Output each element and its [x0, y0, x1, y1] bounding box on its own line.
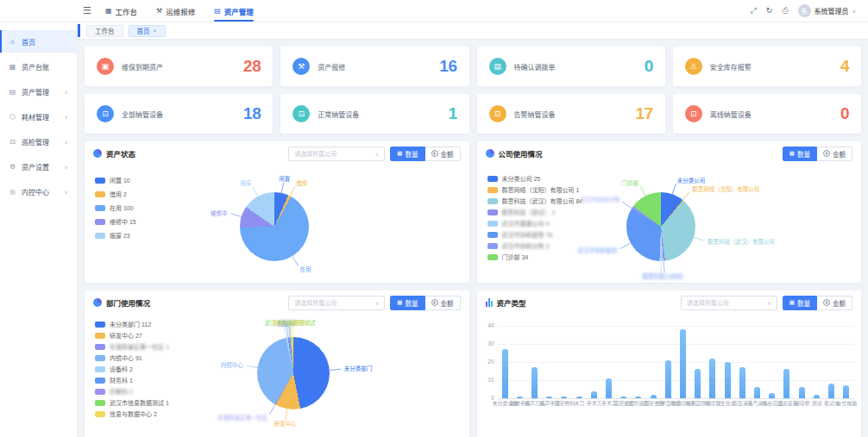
legend-item[interactable]: 未分类部门 112 — [95, 320, 169, 328]
bar[interactable] — [695, 369, 701, 398]
nav-item-资产管理[interactable]: ▤资产管理 — [214, 0, 254, 22]
bar[interactable] — [576, 396, 582, 398]
amount-toggle-button[interactable]: ¥金额 — [425, 147, 461, 161]
bar[interactable] — [754, 387, 760, 398]
amount-toggle-button[interactable]: ¥金额 — [817, 296, 852, 310]
bar[interactable] — [517, 396, 523, 398]
legend-item[interactable]: 研发中心 27 — [95, 331, 169, 340]
refresh-icon[interactable]: ↻ — [766, 6, 773, 16]
stat-card-待确认调拨单[interactable]: ▤待确认调拨单0 — [477, 47, 665, 86]
bar-column: 笔记本 — [824, 326, 839, 398]
pie-label-line — [620, 243, 630, 249]
stat-card-离线纳管设备[interactable]: ⊡离线纳管设备0 — [673, 94, 861, 134]
company-select[interactable]: 请选择所属公司 ∨ — [681, 296, 777, 310]
bar[interactable] — [814, 395, 820, 398]
sidebar-item-资产管理[interactable]: ▤资产管理∨ — [0, 80, 77, 103]
legend-item[interactable]: 设备科 2 — [95, 365, 169, 373]
bar[interactable] — [502, 349, 508, 398]
stat-card-全部纳管设备[interactable]: ⊡全部纳管设备18 — [85, 94, 273, 134]
legend-item[interactable]: 群思科技（武汉）有限公司 84 — [487, 197, 582, 205]
sidebar-item-内控中心[interactable]: ◎内控中心∨ — [0, 180, 77, 203]
legend-item[interactable]: 闲置 10 — [95, 176, 136, 184]
bar[interactable] — [799, 387, 805, 398]
legend-item[interactable]: 群思科技（测试） 2 — [487, 208, 582, 216]
legend-item[interactable]: 群思网络（沈阳）有限公司 1 — [487, 185, 582, 194]
legend-item[interactable]: 报废 23 — [95, 231, 136, 240]
tab-首页[interactable]: 首页× — [129, 25, 166, 37]
quantity-toggle-button[interactable]: ▦数量 — [390, 296, 425, 310]
legend-swatch — [487, 221, 498, 227]
sidebar-item-label: 巡检管理 — [22, 137, 49, 147]
company-select[interactable]: 请选择所属公司 ∨ — [288, 147, 385, 161]
bar[interactable] — [531, 367, 538, 398]
pie-chart[interactable] — [257, 337, 330, 409]
bar[interactable] — [828, 384, 834, 398]
legend-item[interactable]: 东湖风景区第一社区 1 — [95, 342, 169, 351]
bar[interactable] — [635, 396, 641, 398]
sidebar-item-首页[interactable]: ⌂首页 — [0, 30, 77, 53]
pie-label-line — [289, 186, 295, 197]
bar[interactable] — [561, 396, 567, 398]
bar[interactable] — [665, 360, 671, 398]
hamburger-menu-icon[interactable]: ☰ — [83, 5, 91, 16]
bar[interactable] — [783, 369, 789, 398]
stat-card-维保到期资产[interactable]: ▣维保到期资产28 — [85, 47, 273, 86]
legend-item[interactable]: 门诊部 34 — [487, 253, 582, 261]
bar[interactable] — [769, 393, 775, 398]
legend-item[interactable]: 武汉市基建公司 4 — [487, 219, 582, 228]
sidebar-item-巡检管理[interactable]: ⊡巡检管理∨ — [0, 130, 77, 153]
stat-card-正常纳管设备[interactable]: ⊡正常纳管设备1 — [280, 94, 469, 134]
stat-card-label: 全部纳管设备 — [122, 109, 163, 119]
legend-label: 维修中 15 — [110, 217, 136, 226]
bar[interactable] — [591, 391, 597, 398]
stat-card-安全库存报警[interactable]: ⚠安全库存报警4 — [673, 47, 861, 86]
legend-item[interactable]: 宗教科 2 — [95, 387, 169, 396]
sidebar: ⌂首页▦资产台账▤资产管理∨⬡耗材管理∨⊡巡检管理∨⚙资产设置∨◎内控中心∨ — [0, 22, 78, 437]
bar[interactable] — [606, 378, 612, 398]
pie-label-line — [292, 256, 299, 266]
bar[interactable] — [651, 395, 657, 398]
legend-item[interactable]: 借用 2 — [95, 190, 136, 198]
dashboard-content: ▣维保到期资产28⚒资产报修16▤待确认调拨单0⚠安全库存报警4⊡全部纳管设备1… — [78, 40, 868, 437]
legend-item[interactable]: 在用 100 — [95, 203, 136, 212]
quantity-toggle-button[interactable]: ▦数量 — [783, 296, 817, 310]
legend-item[interactable]: 内镜中心 91 — [95, 353, 169, 362]
close-icon[interactable]: × — [154, 28, 157, 34]
pie-chart[interactable] — [240, 192, 309, 261]
stat-card-label: 安全库存报警 — [710, 62, 752, 72]
print-icon[interactable]: ⎙ — [782, 6, 788, 16]
amount-toggle-button[interactable]: ¥金额 — [425, 296, 461, 310]
legend-item[interactable]: 未分类公司 25 — [487, 174, 582, 183]
user-menu[interactable]: 系 系统管理员 ∨ — [798, 4, 856, 17]
amount-toggle-button[interactable]: ¥金额 — [817, 147, 852, 161]
bar[interactable] — [546, 396, 552, 398]
sidebar-item-资产台账[interactable]: ▦资产台账 — [0, 55, 77, 78]
legend-item[interactable]: 维修中 15 — [95, 217, 136, 226]
stat-card-资产报修[interactable]: ⚒资产报修16 — [280, 47, 469, 86]
bar[interactable] — [843, 385, 849, 398]
legend-item[interactable]: 武汉市协和医院 76 — [487, 230, 582, 239]
quantity-toggle-button[interactable]: ▦数量 — [390, 147, 425, 161]
pie-label: 群思科技（测试） — [643, 272, 688, 280]
company-select[interactable]: 请选择所属公司 ∨ — [288, 296, 385, 310]
bar[interactable] — [620, 396, 626, 398]
nav-item-工作台[interactable]: ▦工作台 — [105, 0, 137, 22]
fullscreen-icon[interactable]: ⤢ — [751, 6, 757, 16]
legend-item[interactable]: 武汉市信息数据测试 1 — [95, 398, 169, 407]
chevron-down-icon: ∨ — [65, 164, 68, 170]
bar[interactable] — [739, 367, 745, 398]
legend-item[interactable]: 武汉市协和分院 3 — [487, 241, 582, 250]
legend-item[interactable]: 财务科 1 — [95, 376, 169, 384]
sidebar-item-资产设置[interactable]: ⚙资产设置∨ — [0, 155, 77, 178]
sidebar-item-耗材管理[interactable]: ⬡耗材管理∨ — [0, 105, 77, 128]
tab-工作台[interactable]: 工作台 — [86, 25, 123, 37]
bar[interactable] — [709, 359, 715, 398]
nav-item-运维报修[interactable]: ⚒运维报修 — [156, 0, 195, 22]
legend-item[interactable]: 信息与数据中心 2 — [95, 409, 169, 418]
bar[interactable] — [680, 329, 686, 398]
nav-item-label: 工作台 — [115, 6, 137, 16]
stat-card-告警纳管设备[interactable]: ⊡告警纳管设备17 — [477, 94, 665, 134]
bar[interactable] — [725, 362, 731, 398]
quantity-toggle-button[interactable]: ▦数量 — [783, 147, 817, 161]
pie-chart[interactable] — [626, 192, 695, 261]
